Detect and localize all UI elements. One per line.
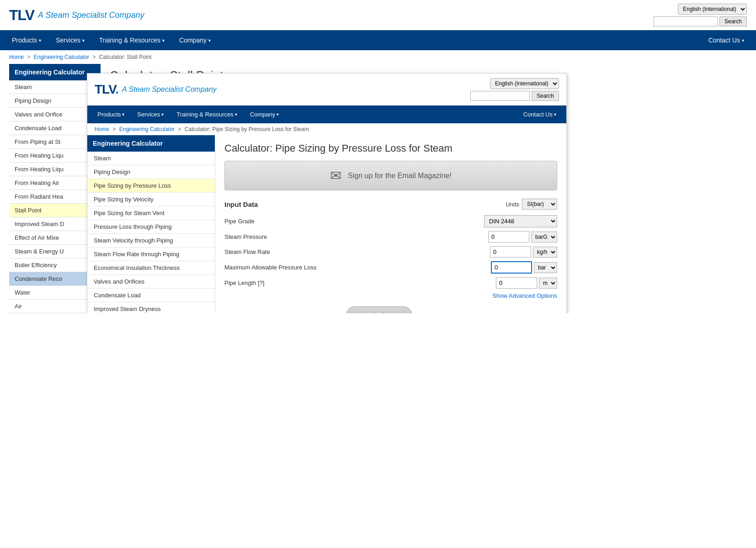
outer-breadcrumb: Home > Engineering Calculator > Calculat… bbox=[0, 50, 756, 64]
chevron-down-icon: ▾ bbox=[235, 112, 237, 117]
max-pressure-loss-unit-select[interactable]: bar kPa psi bbox=[534, 262, 557, 273]
inner-nav-products[interactable]: Products ▾ bbox=[91, 105, 131, 123]
max-pressure-loss-input[interactable] bbox=[491, 261, 532, 274]
input-header: Input Data Units SI(bar) SI(kPa) Imperia… bbox=[224, 199, 557, 210]
inner-sidebar-piping-design[interactable]: Piping Design bbox=[87, 165, 215, 179]
inner-logo-tlv: TLV. bbox=[95, 82, 118, 97]
inner-top-right: English (International) Japanese Chinese… bbox=[470, 78, 559, 101]
input-data-label: Input Data bbox=[224, 200, 258, 208]
inner-sidebar-pipe-sizing-pressure[interactable]: Pipe Sizing by Pressure Loss bbox=[87, 179, 215, 193]
outer-nav-products[interactable]: Products ▾ bbox=[5, 30, 48, 50]
calculate-button[interactable]: Calculate bbox=[346, 306, 412, 313]
email-banner-text: Sign up for the Email Magazine! bbox=[348, 172, 452, 180]
clear-link[interactable]: Clear bbox=[421, 312, 436, 313]
calculator-content: Calculator: Pipe Sizing by Pressure Loss… bbox=[215, 135, 566, 313]
inner-logo: TLV. A Steam Specialist Company bbox=[95, 82, 217, 97]
steam-pressure-label: Steam Pressure bbox=[224, 233, 488, 240]
pipe-grade-row: Pipe Grade DIN 2448 ASTM A106 JIS G3454 … bbox=[224, 215, 557, 227]
inner-main-layout: Engineering Calculator Steam Piping Desi… bbox=[87, 135, 566, 313]
steam-flow-rate-label: Steam Flow Rate bbox=[224, 248, 490, 255]
pipe-length-controls: m ft bbox=[496, 277, 557, 289]
chevron-down-icon: ▾ bbox=[82, 38, 85, 43]
email-signup-banner[interactable]: ✉ Sign up for the Email Magazine! bbox=[224, 161, 557, 190]
outer-nav-contact[interactable]: Contact Us ▾ bbox=[701, 30, 751, 50]
inner-search-input[interactable] bbox=[470, 91, 530, 101]
inner-page-title: Calculator: Pipe Sizing by Pressure Loss… bbox=[224, 142, 557, 154]
inner-nav-training[interactable]: Training & Resources ▾ bbox=[170, 105, 244, 123]
inner-nav: Products ▾ Services ▾ Training & Resourc… bbox=[87, 105, 566, 123]
inner-sidebar-pipe-sizing-steam-vent[interactable]: Pipe Sizing for Steam Vent bbox=[87, 206, 215, 220]
chevron-down-icon: ▾ bbox=[161, 112, 164, 117]
advanced-options-link[interactable]: Show Advanced Options bbox=[492, 292, 557, 299]
outer-logo: TLV A Steam Specialist Company bbox=[9, 7, 144, 24]
steam-pressure-unit-select[interactable]: barG barA kPa bbox=[531, 232, 557, 242]
inner-breadcrumb: Home > Engineering Calculator > Calculat… bbox=[87, 123, 566, 135]
units-select[interactable]: SI(bar) SI(kPa) Imperial bbox=[522, 199, 557, 210]
inner-top-bar: TLV. A Steam Specialist Company English … bbox=[87, 74, 566, 105]
outer-search-input[interactable] bbox=[654, 16, 718, 26]
inner-breadcrumb-current: Calculator: Pipe Sizing by Pressure Loss… bbox=[185, 126, 309, 132]
input-data-section: Input Data Units SI(bar) SI(kPa) Imperia… bbox=[224, 199, 557, 299]
inner-breadcrumb-engineering[interactable]: Engineering Calculator bbox=[119, 126, 175, 132]
outer-logo-tlv: TLV bbox=[9, 7, 34, 24]
inner-logo-tagline: A Steam Specialist Company bbox=[122, 85, 217, 94]
steam-flow-rate-controls: kg/h t/h lb/h bbox=[490, 246, 557, 258]
outer-logo-tagline: A Steam Specialist Company bbox=[38, 11, 144, 20]
chevron-down-icon: ▾ bbox=[122, 112, 124, 117]
inner-sidebar-valves[interactable]: Valves and Orifices bbox=[87, 275, 215, 289]
pipe-length-row: Pipe Length [?] m ft bbox=[224, 277, 557, 289]
inner-search-row: Search bbox=[470, 91, 559, 101]
chevron-down-icon: ▾ bbox=[742, 38, 744, 43]
inner-sidebar-condensate-load[interactable]: Condensate Load bbox=[87, 289, 215, 302]
inner-sidebar-steam-velocity[interactable]: Steam Velocity through Piping bbox=[87, 234, 215, 248]
inner-sidebar-header: Engineering Calculator bbox=[87, 135, 215, 152]
inner-nav-company[interactable]: Company ▾ bbox=[244, 105, 286, 123]
inner-sidebar-pipe-sizing-velocity[interactable]: Pipe Sizing by Velocity bbox=[87, 193, 215, 206]
inner-sidebar: Engineering Calculator Steam Piping Desi… bbox=[87, 135, 215, 313]
chevron-down-icon: ▾ bbox=[39, 38, 41, 43]
outer-top-bar: TLV A Steam Specialist Company English (… bbox=[0, 0, 756, 30]
pipe-grade-label: Pipe Grade bbox=[224, 218, 484, 225]
outer-search-button[interactable]: Search bbox=[719, 16, 747, 26]
pipe-grade-controls: DIN 2448 ASTM A106 JIS G3454 EN 10216 bbox=[484, 215, 557, 227]
inner-nav-contact[interactable]: Contact Us ▾ bbox=[517, 105, 563, 123]
steam-pressure-input[interactable] bbox=[488, 231, 529, 242]
max-pressure-loss-controls: bar kPa psi bbox=[491, 261, 557, 274]
breadcrumb-home[interactable]: Home bbox=[9, 54, 24, 60]
max-pressure-loss-row: Maximum Allowable Pressure Loss bar kPa … bbox=[224, 261, 557, 274]
outer-top-right: English (International) Japanese Chinese… bbox=[654, 4, 747, 26]
outer-nav-company[interactable]: Company ▾ bbox=[172, 30, 218, 50]
inner-language-select[interactable]: English (International) Japanese Chinese bbox=[490, 78, 559, 89]
inner-breadcrumb-home[interactable]: Home bbox=[95, 126, 109, 132]
outer-nav-training[interactable]: Training & Resources ▾ bbox=[92, 30, 172, 50]
steam-flow-rate-input[interactable] bbox=[490, 246, 531, 258]
steam-pressure-row: Steam Pressure barG barA kPa bbox=[224, 231, 557, 242]
outer-nav-services[interactable]: Services ▾ bbox=[48, 30, 92, 50]
steam-flow-rate-unit-select[interactable]: kg/h t/h lb/h bbox=[533, 247, 557, 258]
outer-search-row: Search bbox=[654, 16, 747, 26]
inner-sidebar-insulation[interactable]: Economical Insulation Thickness bbox=[87, 261, 215, 275]
pipe-length-label: Pipe Length [?] bbox=[224, 279, 496, 286]
max-pressure-loss-label: Maximum Allowable Pressure Loss bbox=[224, 264, 491, 271]
inner-sidebar-steam-flow-rate[interactable]: Steam Flow Rate through Piping bbox=[87, 248, 215, 261]
inner-nav-services[interactable]: Services ▾ bbox=[131, 105, 170, 123]
pipe-grade-select[interactable]: DIN 2448 ASTM A106 JIS G3454 EN 10216 bbox=[484, 215, 557, 227]
pipe-length-input[interactable] bbox=[496, 277, 537, 289]
breadcrumb-current: Calculator: Stall Point bbox=[99, 54, 152, 60]
inner-sidebar-improved-steam[interactable]: Improved Steam Dryness bbox=[87, 302, 215, 313]
chevron-down-icon: ▾ bbox=[277, 112, 279, 117]
breadcrumb-engineering-calculator[interactable]: Engineering Calculator bbox=[34, 54, 89, 60]
steam-pressure-controls: barG barA kPa bbox=[488, 231, 557, 242]
chevron-down-icon: ▾ bbox=[162, 38, 165, 43]
outer-language-select[interactable]: English (International) Japanese Chinese bbox=[678, 4, 747, 15]
envelope-icon: ✉ bbox=[330, 168, 341, 184]
inner-sidebar-pressure-loss[interactable]: Pressure Loss through Piping bbox=[87, 220, 215, 234]
inner-search-button[interactable]: Search bbox=[532, 91, 559, 101]
advanced-options-link-container: Show Advanced Options bbox=[224, 292, 557, 299]
units-row: Units SI(bar) SI(kPa) Imperial bbox=[506, 199, 557, 210]
calculate-button-row: Calculate Clear bbox=[224, 306, 557, 313]
units-label: Units bbox=[506, 201, 519, 208]
pipe-length-unit-select[interactable]: m ft bbox=[539, 278, 557, 289]
inner-sidebar-steam[interactable]: Steam bbox=[87, 152, 215, 165]
inner-page: TLV. A Steam Specialist Company English … bbox=[87, 73, 567, 313]
